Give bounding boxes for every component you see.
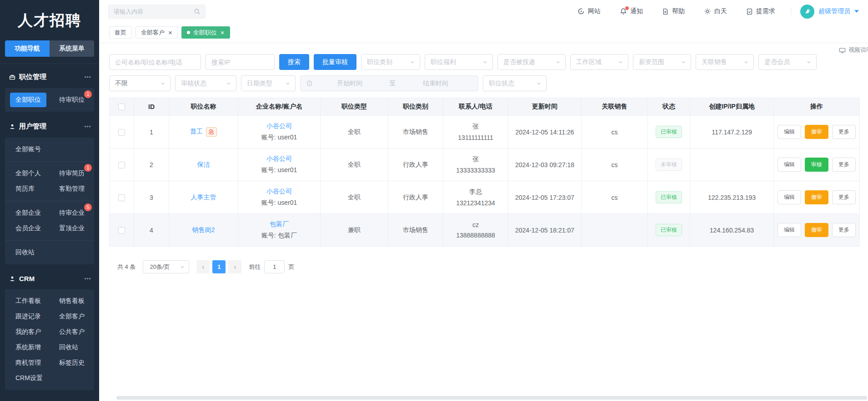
action-button-编辑[interactable]: 编辑 [778, 125, 801, 139]
goto-page-input[interactable] [264, 260, 285, 273]
action-button-撤审[interactable]: 撤审 [805, 190, 828, 204]
sidebar-item-简历库[interactable]: 简历库 [15, 181, 59, 197]
chevron-down-icon [854, 10, 859, 13]
action-button-撤审[interactable]: 撤审 [805, 223, 828, 237]
sidebar-item-公共客户[interactable]: 公共客户 [59, 324, 94, 340]
open-tab-首页[interactable]: 首页 [109, 26, 132, 39]
sidebar-item-全部账号[interactable]: 全部账号 [15, 142, 94, 157]
topbar-help[interactable]: 帮助 [662, 7, 685, 15]
sidebar-item-销售看板[interactable]: 销售看板 [59, 293, 94, 309]
sidebar-item-回收站[interactable]: 回收站 [59, 340, 94, 355]
close-icon[interactable]: × [221, 29, 225, 36]
filter-select-日期类型[interactable]: 日期类型 [241, 75, 296, 91]
sidebar-item-回收站[interactable]: 回收站 [15, 245, 94, 260]
horizontal-scrollbar[interactable] [116, 396, 867, 400]
topbar-website[interactable]: 网站 [577, 7, 601, 15]
page-size-select[interactable]: 20条/页 [143, 260, 189, 273]
filter-select-薪资范围[interactable]: 薪资范围 [633, 54, 691, 70]
video-hint[interactable]: 视频说明 [839, 46, 868, 54]
filter-select-工作区域[interactable]: 工作区域 [570, 54, 628, 70]
topbar-feedback[interactable]: 提需求 [746, 7, 775, 15]
chevron-down-icon [160, 81, 166, 86]
sidebar-item-全部个人[interactable]: 全部个人 [15, 166, 59, 181]
next-page-button[interactable]: › [228, 260, 241, 273]
row-checkbox[interactable] [118, 194, 125, 201]
filter-select-职位状态[interactable]: 职位状态 [483, 75, 547, 91]
position-link[interactable]: 保洁 [197, 161, 210, 168]
col-header-状态: 状态 [648, 98, 690, 116]
tab-function-nav[interactable]: 功能导航 [5, 40, 50, 57]
sidebar-item-label: 全部个人 [15, 169, 41, 178]
sidebar-item-待审企业[interactable]: 待审企业5 [59, 205, 94, 221]
sidebar-item-CRM设置[interactable]: CRM设置 [15, 371, 94, 386]
tab-system-menu[interactable]: 系统菜单 [50, 40, 94, 57]
filter-select-是否会员[interactable]: 是否会员 [758, 54, 817, 70]
company-link[interactable]: 包装厂 [270, 220, 289, 228]
topbar-theme[interactable]: 白天 [704, 7, 727, 15]
position-category-cell: 行政人事 [388, 149, 443, 181]
position-link[interactable]: 销售岗2 [192, 226, 215, 233]
user-menu[interactable]: 超级管理员 [800, 5, 859, 19]
company-link[interactable]: 小谷公司 [266, 155, 292, 162]
sidebar-item-系统新增[interactable]: 系统新增 [15, 340, 59, 355]
sidebar-item-全部职位[interactable]: 全部职位 [15, 92, 59, 108]
action-button-更多[interactable]: 更多 [832, 158, 856, 171]
action-button-编辑[interactable]: 编辑 [778, 223, 801, 237]
filter-select-审核状态[interactable]: 审核状态 [175, 75, 236, 91]
date-range-picker[interactable]: 开始时间至结束时间 [300, 75, 478, 91]
company-cell: 小谷公司账号: user01 [238, 149, 321, 181]
sidebar-item-置顶企业[interactable]: 置顶企业 [59, 221, 94, 236]
row-checkbox[interactable] [118, 129, 125, 136]
sidebar-item-会员企业[interactable]: 会员企业 [15, 221, 59, 236]
filter-select-是否被投递[interactable]: 是否被投递 [497, 54, 566, 70]
open-tab-全部客户[interactable]: 全部客户× [135, 26, 178, 39]
item-grid: 全部账号 [5, 138, 94, 161]
filter-select-职位类别[interactable]: 职位类别 [361, 54, 420, 70]
company-link[interactable]: 小谷公司 [266, 122, 292, 129]
position-link[interactable]: 普工 [190, 128, 203, 135]
action-button-编辑[interactable]: 编辑 [778, 190, 801, 204]
close-icon[interactable]: × [168, 29, 172, 36]
action-button-撤审[interactable]: 撤审 [805, 125, 828, 139]
global-search-input[interactable] [114, 8, 194, 15]
action-button-更多[interactable]: 更多 [832, 223, 856, 237]
sidebar-item-工作看板[interactable]: 工作看板 [15, 293, 59, 309]
topbar-notifications[interactable]: 通知 [620, 7, 643, 15]
action-button-更多[interactable]: 更多 [832, 125, 856, 139]
open-tab-全部职位[interactable]: 全部职位× [181, 26, 230, 39]
filter-select-不限[interactable]: 不限 [109, 75, 171, 91]
search-button[interactable]: 搜索 [279, 54, 309, 70]
row-checkbox[interactable] [118, 227, 125, 234]
sidebar-item-标签历史[interactable]: 标签历史 [59, 355, 94, 371]
contact-name: 李总 [445, 188, 506, 196]
page-1-button[interactable]: 1 [212, 260, 226, 273]
sidebar-item-全部客户[interactable]: 全部客户 [59, 309, 94, 324]
company-link[interactable]: 小谷公司 [266, 188, 292, 195]
sidebar-item-客勤管理[interactable]: 客勤管理 [59, 181, 94, 197]
action-button-更多[interactable]: 更多 [832, 190, 856, 204]
row-checkbox[interactable] [118, 162, 125, 168]
sidebar-item-待审职位[interactable]: 待审职位1 [59, 92, 94, 108]
sidebar-item-label: 待审职位1 [59, 96, 85, 104]
batch-review-button[interactable]: 批量审核 [314, 54, 356, 70]
more-dots-icon[interactable]: ⋯ [84, 75, 92, 79]
more-dots-icon[interactable]: ⋯ [84, 124, 92, 129]
sidebar-item-我的客户[interactable]: 我的客户 [15, 324, 59, 340]
contact-name: cz [445, 221, 506, 228]
sidebar-item-待审简历[interactable]: 待审简历1 [59, 166, 94, 181]
action-button-审核[interactable]: 审核 [805, 158, 828, 171]
sidebar-item-跟进记录[interactable]: 跟进记录 [15, 309, 59, 324]
select-all-checkbox[interactable] [118, 104, 125, 110]
sidebar-item-商机管理[interactable]: 商机管理 [15, 355, 59, 371]
keyword-search-input[interactable] [109, 54, 201, 70]
prev-page-button[interactable]: ‹ [196, 260, 210, 273]
action-button-编辑[interactable]: 编辑 [778, 158, 801, 171]
position-link[interactable]: 人事主管 [191, 193, 216, 201]
global-search[interactable] [108, 5, 206, 19]
ip-search-input[interactable] [206, 54, 275, 70]
filter-select-职位福利[interactable]: 职位福利 [425, 54, 493, 70]
filter-select-关联销售[interactable]: 关联销售 [696, 54, 754, 70]
active-dot-icon [187, 31, 190, 34]
more-dots-icon[interactable]: ⋯ [84, 277, 92, 281]
sidebar-item-全部企业[interactable]: 全部企业 [15, 205, 59, 221]
